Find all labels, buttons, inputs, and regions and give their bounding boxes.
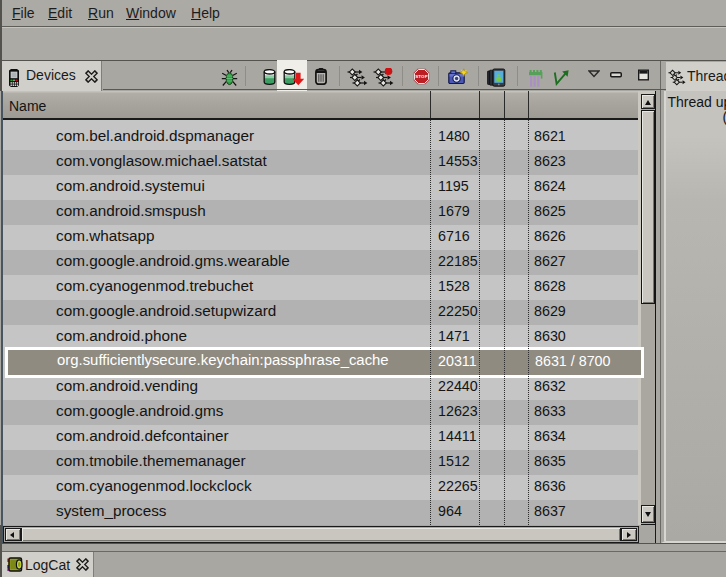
svg-text:STOP: STOP [415,74,427,79]
